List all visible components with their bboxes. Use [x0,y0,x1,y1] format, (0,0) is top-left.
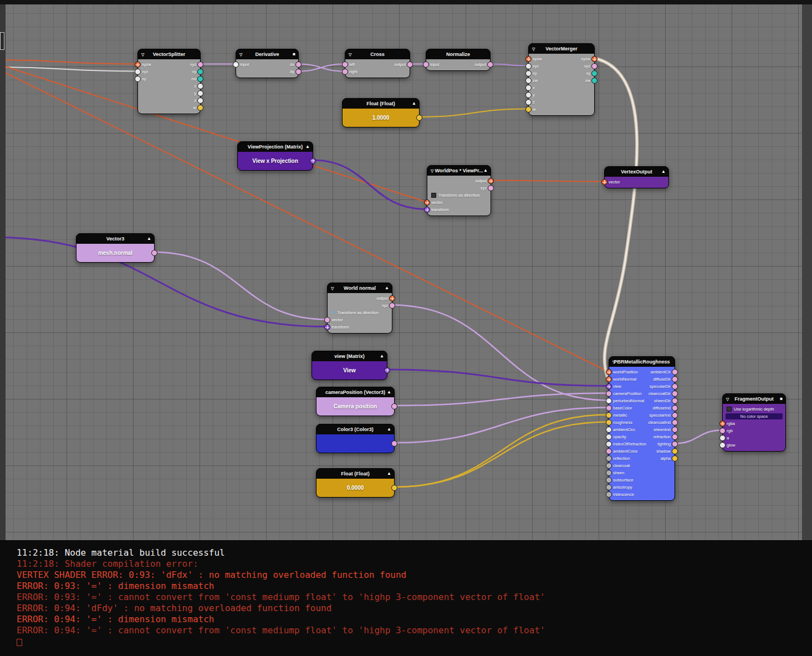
input-port-vector[interactable] [324,317,330,323]
output-port-output[interactable] [391,403,397,409]
output-port-specularDir[interactable] [672,383,678,390]
output-port-xyz[interactable] [389,303,395,309]
node-color3[interactable]: Color3 (Color3)▲ [316,424,395,453]
node-vector3[interactable]: Vector3▲mesh.normal [76,233,155,263]
output-port-xyz[interactable] [197,62,203,68]
input-port-sheen[interactable] [606,470,612,476]
output-port-diffuseDir[interactable] [672,376,678,382]
node-normalize[interactable]: Normalizeinputoutput [426,49,491,71]
input-port-clearcoat[interactable] [606,463,612,469]
input-port-perturbedNormal[interactable] [606,398,612,404]
output-port-zw[interactable] [197,76,203,82]
node-float1[interactable]: Float (Float)▲1.0000 [342,98,420,127]
node-cameraPosition[interactable]: cameraPosition (Vector3)▲Camera position [316,387,395,416]
input-port-cameraPosition[interactable] [606,391,612,397]
input-port-xyz[interactable] [525,63,532,69]
node-header[interactable]: view (Matrix)▲ [312,351,387,361]
input-port-rgb[interactable] [719,428,726,434]
output-port-output[interactable] [487,62,493,68]
node-header[interactable]: ▽WorldPos * ViewPr...▲ [427,166,491,176]
output-port-clearcoatInd[interactable] [672,419,678,426]
input-port-reflection[interactable] [606,455,612,462]
node-header[interactable]: Normalize [426,49,490,59]
collapse-icon[interactable]: ▽ [612,360,615,364]
output-port-diffuseInd[interactable] [672,405,678,411]
input-port-left[interactable] [342,62,348,68]
input-port-baseColor[interactable] [606,405,612,411]
node-header[interactable]: ▽Cross [345,49,410,59]
output-port-clearcoatDir[interactable] [672,391,678,397]
input-port-z[interactable] [525,99,532,105]
node-derivative[interactable]: ▽Derivative■inputdxdy [236,49,299,78]
input-port-ambientColor[interactable] [606,448,612,454]
output-port-z[interactable] [197,98,203,104]
input-port-xy[interactable] [135,76,141,82]
node-vectorMerger[interactable]: ▽VectorMergerxyzwxyzwxyzxyzxyxyzwzwxyzw [528,43,595,116]
node-header[interactable]: ▽Derivative■ [236,49,298,59]
output-port-shadow[interactable] [672,448,678,454]
output-port-y[interactable] [197,90,203,96]
input-port-anisotropy[interactable] [606,484,612,490]
input-port-metallic[interactable] [606,412,612,418]
input-port-xyzw[interactable] [525,56,532,62]
output-port-output[interactable] [488,178,494,184]
output-port-output[interactable] [310,158,316,164]
node-header[interactable]: ▽VectorMerger [529,44,594,54]
node-header[interactable]: Float (Float)▲ [316,469,394,479]
output-port-specularInd[interactable] [672,412,678,418]
collapse-icon[interactable]: ▽ [726,397,729,401]
node-header[interactable]: Vector3▲ [76,234,154,244]
node-header[interactable]: VertexOutput▲ [605,167,668,177]
output-port-xy[interactable] [591,70,597,76]
node-float0[interactable]: Float (Float)▲0.0000 [316,468,395,498]
output-port-output[interactable] [151,250,157,256]
output-port-output[interactable] [389,295,395,301]
input-port-opacity[interactable] [606,434,612,440]
console-log[interactable]: 11:2:18: Node material build successful1… [0,540,812,656]
output-port-dy[interactable] [295,69,302,75]
output-port-output[interactable] [391,485,397,491]
input-port-xyzw[interactable] [135,62,141,68]
node-fragmentOutput[interactable]: ▽FragmentOutput■Use logarithmic depthNo … [722,393,786,452]
output-port-refraction[interactable] [672,434,678,440]
output-port-xyz[interactable] [488,185,494,191]
input-port-y[interactable] [525,92,532,98]
output-port-xyzw[interactable] [591,56,597,62]
node-header[interactable]: ▽FragmentOutput■ [723,394,785,404]
input-port-worldPosition[interactable] [606,369,612,375]
collapse-icon[interactable]: ▽ [431,169,433,173]
input-port-rgba[interactable] [719,421,726,427]
checkbox[interactable] [727,407,732,412]
input-port-indexOfRefraction[interactable] [606,441,612,447]
output-port-w[interactable] [197,105,203,111]
input-port-glow[interactable] [719,442,726,448]
input-port-x[interactable] [525,85,532,91]
input-port-transform[interactable] [324,324,330,330]
input-port-roughness[interactable] [606,419,612,426]
collapse-icon[interactable]: ▽ [141,53,144,57]
input-port-xyz[interactable] [135,69,141,75]
node-header[interactable]: cameraPosition (Vector3)▲ [316,387,394,397]
node-worldNormal[interactable]: ▽World normal▲outputxyz✓Transform as dir… [327,283,392,334]
checkbox[interactable] [431,193,436,198]
node-header[interactable]: ▽VectorSplitter [138,49,200,59]
input-port-subsurface[interactable] [606,477,612,483]
collapse-icon[interactable]: ▽ [331,286,334,290]
input-port-right[interactable] [342,69,348,75]
output-port-sheenInd[interactable] [672,427,678,433]
left-edge-widget[interactable] [0,32,4,50]
node-header[interactable]: Float (Float)▲ [343,99,419,109]
input-port-vector[interactable] [601,179,607,185]
output-port-xy[interactable] [197,69,203,75]
output-port-ambientClr[interactable] [672,369,678,375]
node-header[interactable]: ▽World normal▲ [328,283,392,293]
input-port-worldNormal[interactable] [606,376,612,382]
node-viewMatrix[interactable]: view (Matrix)▲View [311,351,387,380]
color-space-dropdown[interactable]: No color space [726,413,783,419]
input-port-transform[interactable] [424,207,430,213]
input-port-a[interactable] [719,435,726,441]
node-vectorSplitter[interactable]: ▽VectorSplitterxyzwxyzxyzxyxyzwxyzw [137,49,201,114]
output-port-zw[interactable] [591,78,597,84]
input-port-xy[interactable] [525,70,532,76]
node-vertexOutput[interactable]: VertexOutput▲vector [604,166,669,188]
